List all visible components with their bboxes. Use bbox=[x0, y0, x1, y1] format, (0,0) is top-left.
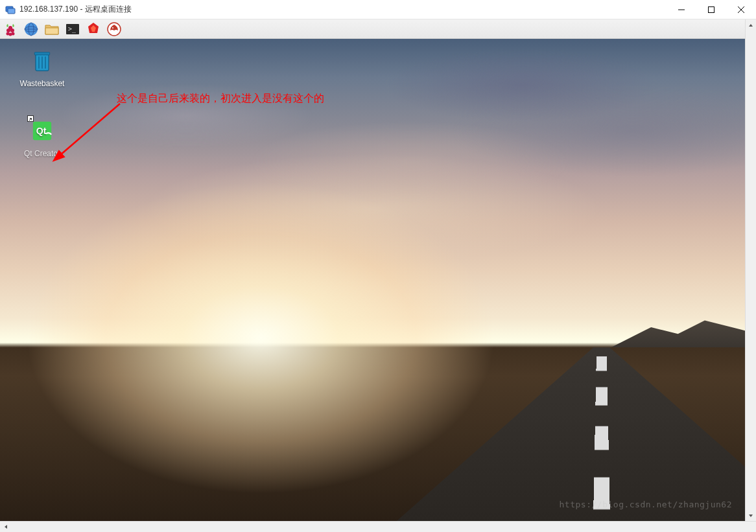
content-frame: >_ bbox=[0, 19, 756, 532]
web-browser-icon[interactable] bbox=[23, 21, 39, 37]
shortcut-badge bbox=[27, 115, 34, 122]
remote-desktop-view: >_ bbox=[0, 19, 745, 521]
svg-rect-23 bbox=[34, 52, 49, 55]
terminal-icon[interactable]: >_ bbox=[65, 21, 80, 37]
svg-point-8 bbox=[8, 26, 12, 30]
svg-rect-1 bbox=[8, 8, 15, 14]
window-title: 192.168.137.190 - 远程桌面连接 bbox=[19, 4, 132, 15]
icon-label: Wastebasket bbox=[13, 79, 71, 88]
scroll-left-button[interactable] bbox=[0, 522, 11, 532]
taskbar-panel: >_ bbox=[0, 19, 745, 39]
scroll-down-button[interactable] bbox=[746, 510, 756, 521]
file-manager-icon[interactable] bbox=[44, 21, 60, 37]
close-button[interactable] bbox=[726, 0, 756, 19]
vertical-scrollbar[interactable] bbox=[745, 19, 756, 521]
minimize-button[interactable] bbox=[667, 0, 696, 19]
scroll-up-button[interactable] bbox=[746, 19, 756, 30]
rdp-icon bbox=[5, 5, 16, 15]
wastebasket-icon[interactable]: Wastebasket bbox=[13, 45, 71, 88]
window-titlebar: 192.168.137.190 - 远程桌面连接 bbox=[0, 0, 756, 19]
watermark: https://blog.csdn.net/zhangjun62 bbox=[560, 500, 732, 509]
trash-icon bbox=[27, 45, 58, 76]
desktop-area[interactable]: Wastebasket Qt Qt Creator 这个是自己后来装的，初次进入… bbox=[0, 39, 745, 521]
svg-rect-3 bbox=[709, 6, 715, 12]
annotation-text: 这个是自己后来装的，初次进入是没有这个的 bbox=[117, 92, 324, 106]
svg-point-21 bbox=[112, 27, 113, 29]
maximize-button[interactable] bbox=[696, 0, 726, 19]
raspberry-menu-icon[interactable] bbox=[3, 21, 18, 37]
svg-text:Qt: Qt bbox=[36, 126, 47, 136]
mathematica-icon[interactable] bbox=[86, 21, 101, 37]
qtcreator-icon[interactable]: Qt Qt Creator bbox=[13, 115, 71, 158]
midori-icon[interactable] bbox=[106, 21, 122, 37]
wallpaper bbox=[0, 39, 745, 521]
svg-point-11 bbox=[9, 32, 12, 36]
horizontal-scrollbar[interactable] bbox=[0, 521, 756, 532]
svg-text:>_: >_ bbox=[68, 25, 77, 33]
icon-label: Qt Creator bbox=[13, 149, 71, 158]
window-controls bbox=[667, 0, 756, 19]
